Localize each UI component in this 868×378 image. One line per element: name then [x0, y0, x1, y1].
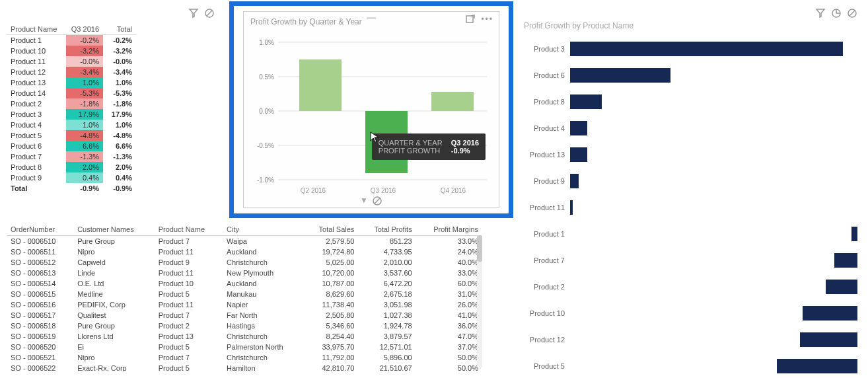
- table-row[interactable]: Product 7-1.3%-1.3%: [7, 151, 136, 162]
- bar-label: Product 5: [517, 362, 570, 370]
- table-scrollbar[interactable]: [477, 235, 482, 367]
- scrollbar-thumb[interactable]: [477, 235, 482, 262]
- col-q3[interactable]: Q3 2016: [66, 24, 103, 35]
- table-row[interactable]: SO - 0006513LindeProduct 11New Plymouth1…: [7, 268, 482, 278]
- product-bar-chart-visual[interactable]: Profit Growth by Product Name Product 3 …: [512, 0, 868, 378]
- table-total-row: Total-0.9%-0.9%: [7, 183, 136, 194]
- col-header[interactable]: Total Sales: [304, 223, 359, 236]
- bar-label: Product 7: [517, 256, 570, 264]
- x-tick: Q2 2016: [301, 187, 326, 194]
- chart-tooltip: QUARTER & YEARQ3 2016 PROFIT GROWTH-0.9%: [372, 133, 486, 160]
- col-header[interactable]: Profit Margins: [416, 223, 482, 236]
- list-item[interactable]: Product 4: [517, 115, 857, 141]
- list-item[interactable]: Product 5: [517, 353, 857, 378]
- x-tick: Q3 2016: [371, 187, 396, 194]
- drill-icons: ▼: [360, 196, 382, 206]
- table-row[interactable]: Product 14-5.3%-5.3%: [7, 88, 136, 98]
- col-total[interactable]: Total: [103, 24, 136, 35]
- table-row[interactable]: Product 131.0%1.0%: [7, 77, 136, 88]
- drill-down-icon[interactable]: ▼: [360, 196, 368, 206]
- col-header[interactable]: Customer Names: [73, 223, 155, 236]
- table-row[interactable]: SO - 0006519Llorens LtdProduct 13Christc…: [7, 331, 482, 342]
- table-row[interactable]: Product 10-3.2%-3.2%: [7, 46, 136, 56]
- selected-quarter-chart[interactable]: ══ ••• Profit Growth by Quarter & Year 1…: [229, 1, 513, 218]
- bar-label: Product 1: [517, 230, 570, 238]
- bar-label: Product 4: [517, 124, 570, 132]
- more-options-icon[interactable]: •••: [481, 15, 493, 25]
- table-row[interactable]: SO - 0006517QualitestProduct 7Far North2…: [7, 310, 482, 321]
- col-product[interactable]: Product Name: [7, 24, 66, 35]
- bar-label: Product 6: [517, 71, 570, 79]
- col-header[interactable]: City: [223, 223, 304, 236]
- visual-header-icons: [188, 8, 215, 19]
- table-row[interactable]: SO - 0006512CapweldProduct 9Christchurch…: [7, 257, 482, 268]
- clear-icon[interactable]: [204, 8, 215, 19]
- svg-text:-1.0%: -1.0%: [257, 176, 274, 184]
- list-item[interactable]: Product 12: [517, 326, 857, 353]
- svg-rect-14: [431, 92, 474, 111]
- bar-label: Product 10: [517, 309, 570, 317]
- bar-label: Product 13: [517, 151, 570, 159]
- table-row[interactable]: SO - 0006522Exact-Rx, CorpProduct 5Hamil…: [7, 363, 482, 372]
- svg-rect-1: [466, 16, 473, 22]
- list-item[interactable]: Product 3: [517, 36, 857, 62]
- table-row[interactable]: SO - 0006510Pure GroupProduct 7Waipa2,57…: [7, 236, 482, 246]
- svg-rect-12: [299, 59, 342, 111]
- visual-header-icons: [815, 8, 857, 19]
- list-item[interactable]: Product 8: [517, 89, 857, 115]
- clear-icon[interactable]: [847, 8, 857, 19]
- list-item[interactable]: Product 7: [517, 247, 857, 274]
- table-row[interactable]: SO - 0006515MedlineProduct 5Manukau8,629…: [7, 289, 482, 299]
- profit-matrix-table[interactable]: Product Name Q3 2016 Total Product 1-0.2…: [7, 24, 136, 194]
- table-row[interactable]: SO - 0006516PEDIFIX, CorpProduct 11Napie…: [7, 299, 482, 310]
- list-item[interactable]: Product 9: [517, 168, 857, 194]
- col-header[interactable]: Product Name: [155, 223, 223, 236]
- focus-mode-icon[interactable]: [465, 15, 476, 25]
- filter-icon[interactable]: [815, 8, 826, 19]
- table-row[interactable]: Product 1-0.2%-0.2%: [7, 35, 136, 46]
- svg-text:1.0%: 1.0%: [259, 39, 274, 46]
- column-chart[interactable]: 1.0% 0.5% 0.0% -0.5% -1.0%: [249, 36, 504, 188]
- filter-icon[interactable]: [188, 8, 199, 19]
- hbar-title: Profit Growth by Product Name: [524, 21, 857, 30]
- col-header[interactable]: Total Profits: [358, 223, 416, 236]
- bar-label: Product 8: [517, 98, 570, 106]
- col-header[interactable]: OrderNumber: [7, 223, 73, 236]
- bar-label: Product 9: [517, 177, 570, 185]
- table-row[interactable]: SO - 0006521NiproProduct 7Christchurch11…: [7, 352, 482, 363]
- table-row[interactable]: Product 11-0.0%-0.0%: [7, 56, 136, 67]
- bar-label: Product 11: [517, 204, 570, 211]
- list-item[interactable]: Product 2: [517, 274, 857, 300]
- table-row[interactable]: Product 317.9%17.9%: [7, 109, 136, 120]
- table-row[interactable]: SO - 0006511NiproProduct 11Auckland19,72…: [7, 246, 482, 257]
- list-item[interactable]: Product 11: [517, 194, 857, 221]
- sales-detail-table-visual[interactable]: OrderNumberCustomer NamesProduct NameCit…: [7, 223, 482, 371]
- drag-grip-icon[interactable]: ══: [367, 15, 376, 22]
- x-tick: Q4 2016: [441, 187, 466, 194]
- bar-label: Product 2: [517, 283, 570, 291]
- list-item[interactable]: Product 6: [517, 62, 857, 89]
- svg-text:-0.5%: -0.5%: [257, 142, 274, 149]
- sales-table[interactable]: OrderNumberCustomer NamesProduct NameCit…: [7, 223, 482, 371]
- table-row[interactable]: Product 5-4.8%-4.8%: [7, 130, 136, 141]
- table-row[interactable]: Product 66.6%6.6%: [7, 141, 136, 151]
- pie-icon[interactable]: [831, 8, 842, 19]
- visual-toolbar: •••: [465, 15, 493, 25]
- list-item[interactable]: Product 10: [517, 300, 857, 326]
- table-row[interactable]: Product 2-1.8%-1.8%: [7, 98, 136, 109]
- table-row[interactable]: SO - 0006514O.E. LtdProduct 10Auckland10…: [7, 278, 482, 289]
- table-row[interactable]: SO - 0006520EiProduct 5Palmerston North3…: [7, 342, 482, 352]
- bar-label: Product 3: [517, 45, 570, 53]
- table-row[interactable]: Product 82.0%2.0%: [7, 162, 136, 172]
- horizontal-bar-chart[interactable]: Product 3 Product 6 Product 8 Product 4 …: [517, 36, 857, 378]
- list-item[interactable]: Product 1: [517, 221, 857, 247]
- drill-clear-icon[interactable]: [372, 196, 382, 206]
- table-row[interactable]: Product 41.0%1.0%: [7, 120, 136, 130]
- table-row[interactable]: Product 12-3.4%-3.4%: [7, 67, 136, 77]
- table-row[interactable]: SO - 0006518Pure GroupProduct 2Hastings5…: [7, 321, 482, 331]
- svg-text:0.5%: 0.5%: [259, 73, 274, 81]
- bar-label: Product 12: [517, 336, 570, 344]
- list-item[interactable]: Product 13: [517, 141, 857, 168]
- svg-text:0.0%: 0.0%: [259, 108, 274, 115]
- table-row[interactable]: Product 90.4%0.4%: [7, 172, 136, 183]
